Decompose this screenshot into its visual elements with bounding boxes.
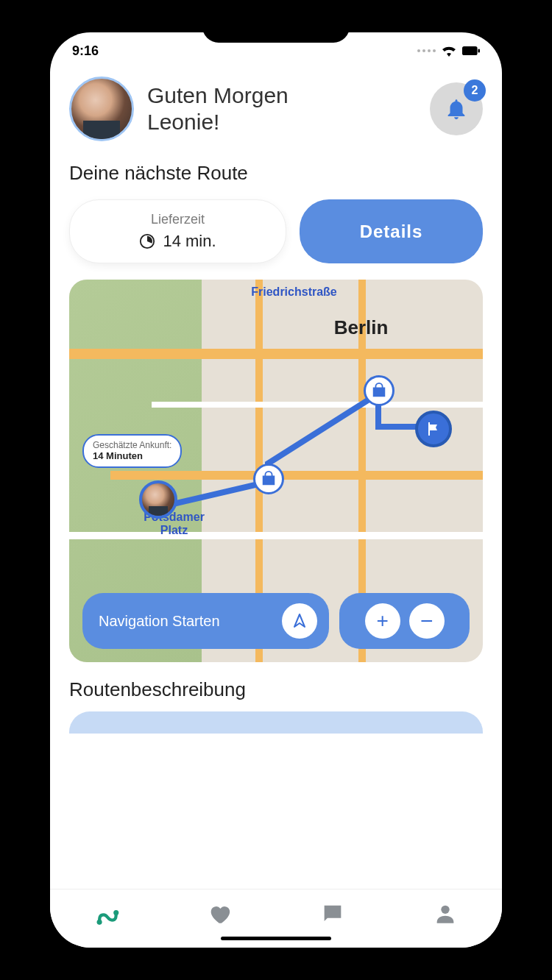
screen: 9:16 Guten Morgen Leonie! 2 Deine nächst	[50, 32, 502, 948]
nav-chat-tab[interactable]	[320, 901, 345, 929]
clock-icon	[139, 233, 155, 249]
status-right	[417, 45, 480, 57]
delivery-time: 14 min.	[86, 232, 269, 251]
user-avatar[interactable]	[69, 77, 134, 141]
notifications-button[interactable]: 2	[430, 82, 483, 135]
svg-point-4	[113, 910, 118, 915]
header: Guten Morgen Leonie! 2	[69, 77, 483, 141]
route-icon	[94, 901, 119, 926]
delivery-time-value: 14 min.	[163, 232, 216, 251]
route-description-heading: Routenbeschreibung	[69, 678, 483, 701]
zoom-controls: + −	[339, 593, 470, 649]
navigate-icon-button[interactable]	[282, 603, 317, 639]
eta-bubble: Geschätzte Ankunft: 14 Minuten	[82, 434, 182, 468]
route-description-card[interactable]	[69, 711, 483, 734]
greeting: Guten Morgen Leonie!	[147, 82, 417, 135]
svg-rect-1	[478, 49, 480, 52]
content: Guten Morgen Leonie! 2 Deine nächste Rou…	[50, 69, 502, 889]
home-indicator[interactable]	[221, 937, 331, 940]
bag-icon	[371, 383, 387, 399]
start-navigation-label: Navigation Starten	[99, 613, 220, 630]
heart-icon	[207, 901, 232, 926]
zoom-in-button[interactable]: +	[365, 603, 400, 639]
next-route-heading: Deine nächste Route	[69, 162, 483, 185]
route-cards: Lieferzeit 14 min. Details	[69, 199, 483, 263]
details-button[interactable]: Details	[300, 199, 483, 263]
status-dots-icon	[417, 49, 436, 52]
navigate-icon	[291, 612, 308, 630]
greeting-line1: Guten Morgen	[147, 82, 417, 109]
map-card[interactable]: Friedrichstraße Berlin Potsdamer Platz	[69, 280, 483, 662]
flag-icon	[425, 420, 442, 438]
svg-point-5	[442, 905, 450, 913]
delivery-time-card: Lieferzeit 14 min.	[69, 199, 286, 263]
notch	[202, 19, 350, 43]
phone-frame: 9:16 Guten Morgen Leonie! 2 Deine nächst	[37, 19, 515, 961]
delivery-label: Lieferzeit	[86, 212, 269, 227]
svg-point-3	[96, 919, 102, 924]
nav-routes-tab[interactable]	[94, 901, 119, 929]
wifi-icon	[440, 45, 458, 57]
current-location-marker[interactable]	[139, 480, 177, 519]
battery-icon	[462, 45, 480, 57]
destination-marker[interactable]	[415, 411, 452, 447]
nav-profile-tab[interactable]	[433, 901, 458, 929]
status-time: 9:16	[72, 43, 99, 59]
greeting-line2: Leonie!	[147, 109, 417, 135]
person-icon	[433, 901, 458, 926]
eta-title: Geschätzte Ankunft:	[93, 440, 171, 450]
svg-rect-0	[462, 46, 478, 55]
waypoint-marker-1[interactable]	[253, 464, 284, 494]
nav-favorites-tab[interactable]	[207, 901, 232, 929]
notification-badge: 2	[464, 79, 486, 102]
eta-value: 14 Minuten	[93, 450, 171, 462]
start-navigation-button[interactable]: Navigation Starten	[82, 593, 329, 649]
bag-icon	[261, 471, 277, 487]
chat-icon	[320, 901, 345, 926]
waypoint-marker-2[interactable]	[364, 375, 394, 406]
map-controls: Navigation Starten + −	[82, 593, 470, 649]
zoom-out-button[interactable]: −	[409, 603, 445, 639]
bell-icon	[444, 96, 469, 121]
